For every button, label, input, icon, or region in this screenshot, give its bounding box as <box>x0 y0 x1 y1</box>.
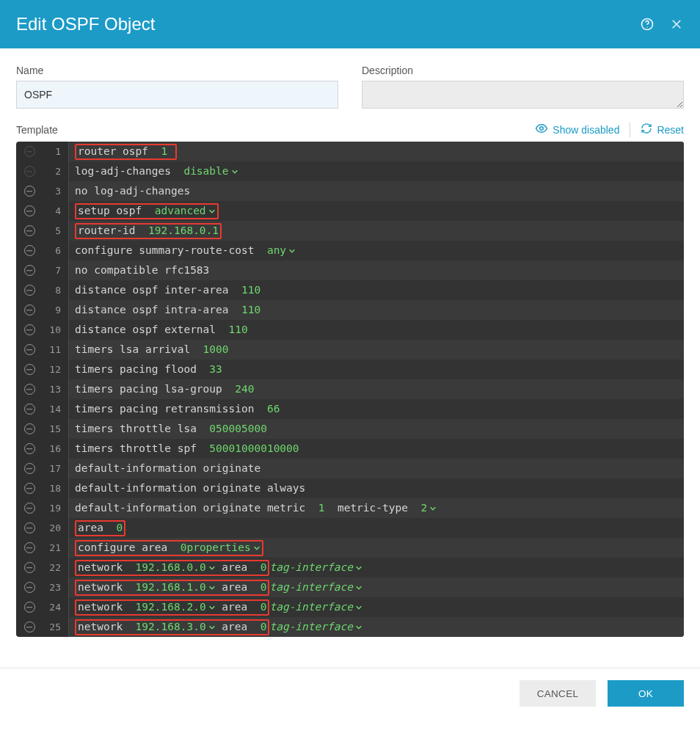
code-content[interactable]: no compatible rfc1583 <box>69 260 684 280</box>
code-line[interactable]: 4 setup ospf advanced <box>16 201 684 221</box>
code-content[interactable]: no log-adj-changes <box>69 181 684 201</box>
close-icon[interactable] <box>669 17 684 32</box>
code-content[interactable]: network 192.168.0.0 area 0 tag-interface <box>69 558 684 577</box>
code-line[interactable]: 6 configure summary-route-cost any <box>16 241 684 260</box>
code-content[interactable]: area 0 <box>69 518 684 538</box>
collapse-icon[interactable] <box>16 439 43 459</box>
tag-option[interactable]: tag-interface <box>269 597 353 617</box>
code-line[interactable]: 19 default-information originate metric … <box>16 498 684 518</box>
collapse-icon[interactable] <box>16 340 43 360</box>
chevron-down-icon[interactable] <box>208 564 216 572</box>
code-line[interactable]: 13 timers pacing lsa-group 240 <box>16 379 684 399</box>
code-line[interactable]: 14 timers pacing retransmission 66 <box>16 399 684 419</box>
code-content[interactable]: log-adj-changes disable <box>69 161 684 181</box>
show-disabled-button[interactable]: Show disabled <box>535 122 619 137</box>
chevron-down-icon[interactable] <box>208 208 216 215</box>
collapse-icon[interactable] <box>16 597 43 617</box>
code-content[interactable]: router ospf 1 <box>69 142 684 161</box>
collapse-icon[interactable] <box>16 142 43 161</box>
collapse-icon[interactable] <box>16 478 43 498</box>
code-content[interactable]: distance ospf external 110 <box>69 320 684 340</box>
code-line[interactable]: 11 timers lsa arrival 1000 <box>16 340 684 360</box>
tag-option[interactable]: tag-interface <box>269 577 353 597</box>
collapse-icon[interactable] <box>16 419 43 439</box>
chevron-down-icon[interactable] <box>288 247 296 255</box>
code-line[interactable]: 15 timers throttle lsa 0 5000 5000 <box>16 419 684 439</box>
code-content[interactable]: timers lsa arrival 1000 <box>69 340 684 360</box>
code-content[interactable]: distance ospf inter-area 110 <box>69 280 684 300</box>
code-content[interactable]: distance ospf intra-area 110 <box>69 300 684 320</box>
code-line[interactable]: 23 network 192.168.1.0 area 0 tag-interf… <box>16 577 684 597</box>
code-content[interactable]: router-id 192.168.0.1 <box>69 221 684 241</box>
code-line[interactable]: 7 no compatible rfc1583 <box>16 260 684 280</box>
ok-button[interactable]: OK <box>608 680 684 707</box>
code-line[interactable]: 10 distance ospf external 110 <box>16 320 684 340</box>
chevron-down-icon[interactable] <box>208 604 216 611</box>
reset-button[interactable]: Reset <box>641 123 684 136</box>
code-line[interactable]: 18 default-information originate always <box>16 478 684 498</box>
code-content[interactable]: configure area 0 properties <box>69 538 684 558</box>
collapse-icon[interactable] <box>16 379 43 399</box>
collapse-icon[interactable] <box>16 201 43 221</box>
chevron-down-icon[interactable] <box>429 505 437 512</box>
collapse-icon[interactable] <box>16 320 43 340</box>
code-line[interactable]: 17 default-information originate <box>16 459 684 478</box>
collapse-icon[interactable] <box>16 459 43 478</box>
cancel-button[interactable]: CANCEL <box>519 680 596 707</box>
code-content[interactable]: default-information originate <box>69 459 684 478</box>
description-input[interactable] <box>362 81 684 109</box>
chevron-down-icon[interactable] <box>355 584 362 591</box>
code-line[interactable]: 3 no log-adj-changes <box>16 181 684 201</box>
code-line[interactable]: 5 router-id 192.168.0.1 <box>16 221 684 241</box>
collapse-icon[interactable] <box>16 280 43 300</box>
chevron-down-icon[interactable] <box>355 604 362 611</box>
code-line[interactable]: 8 distance ospf inter-area 110 <box>16 280 684 300</box>
code-line[interactable]: 25 network 192.168.3.0 area 0 tag-interf… <box>16 617 684 637</box>
collapse-icon[interactable] <box>16 498 43 518</box>
collapse-icon[interactable] <box>16 221 43 241</box>
code-line[interactable]: 12 timers pacing flood 33 <box>16 360 684 379</box>
code-line[interactable]: 20 area 0 <box>16 518 684 538</box>
code-content[interactable]: timers throttle spf 5000 10000 10000 <box>69 439 684 459</box>
collapse-icon[interactable] <box>16 360 43 379</box>
name-input[interactable] <box>16 81 338 109</box>
code-line[interactable]: 24 network 192.168.2.0 area 0 tag-interf… <box>16 597 684 617</box>
code-content[interactable]: setup ospf advanced <box>69 201 684 221</box>
collapse-icon[interactable] <box>16 260 43 280</box>
code-content[interactable]: network 192.168.2.0 area 0 tag-interface <box>69 597 684 617</box>
collapse-icon[interactable] <box>16 558 43 577</box>
chevron-down-icon[interactable] <box>355 624 362 631</box>
code-line[interactable]: 22 network 192.168.0.0 area 0 tag-interf… <box>16 558 684 577</box>
collapse-icon[interactable] <box>16 617 43 637</box>
help-icon[interactable] <box>640 17 655 32</box>
code-content[interactable]: network 192.168.3.0 area 0 tag-interface <box>69 617 684 637</box>
chevron-down-icon[interactable] <box>208 584 216 591</box>
collapse-icon[interactable] <box>16 241 43 260</box>
code-line[interactable]: 16 timers throttle spf 5000 10000 10000 <box>16 439 684 459</box>
chevron-down-icon[interactable] <box>253 544 260 552</box>
code-line[interactable]: 21 configure area 0 properties <box>16 538 684 558</box>
code-content[interactable]: default-information originate always <box>69 478 684 498</box>
collapse-icon[interactable] <box>16 161 43 181</box>
collapse-icon[interactable] <box>16 300 43 320</box>
template-editor[interactable]: 1 router ospf 1 2 log-adj-changes disabl… <box>16 142 684 637</box>
code-line[interactable]: 9 distance ospf intra-area 110 <box>16 300 684 320</box>
code-content[interactable]: network 192.168.1.0 area 0 tag-interface <box>69 577 684 597</box>
chevron-down-icon[interactable] <box>208 624 216 631</box>
collapse-icon[interactable] <box>16 518 43 538</box>
chevron-down-icon[interactable] <box>355 564 362 572</box>
code-content[interactable]: default-information originate metric 1 m… <box>69 498 684 518</box>
collapse-icon[interactable] <box>16 399 43 419</box>
tag-option[interactable]: tag-interface <box>269 558 353 577</box>
code-line[interactable]: 2 log-adj-changes disable <box>16 161 684 181</box>
collapse-icon[interactable] <box>16 181 43 201</box>
code-content[interactable]: timers throttle lsa 0 5000 5000 <box>69 419 684 439</box>
collapse-icon[interactable] <box>16 538 43 558</box>
code-content[interactable]: timers pacing retransmission 66 <box>69 399 684 419</box>
chevron-down-icon[interactable] <box>231 168 238 175</box>
tag-option[interactable]: tag-interface <box>269 617 353 637</box>
code-content[interactable]: configure summary-route-cost any <box>69 241 684 260</box>
code-line[interactable]: 1 router ospf 1 <box>16 142 684 161</box>
code-content[interactable]: timers pacing flood 33 <box>69 360 684 379</box>
code-content[interactable]: timers pacing lsa-group 240 <box>69 379 684 399</box>
